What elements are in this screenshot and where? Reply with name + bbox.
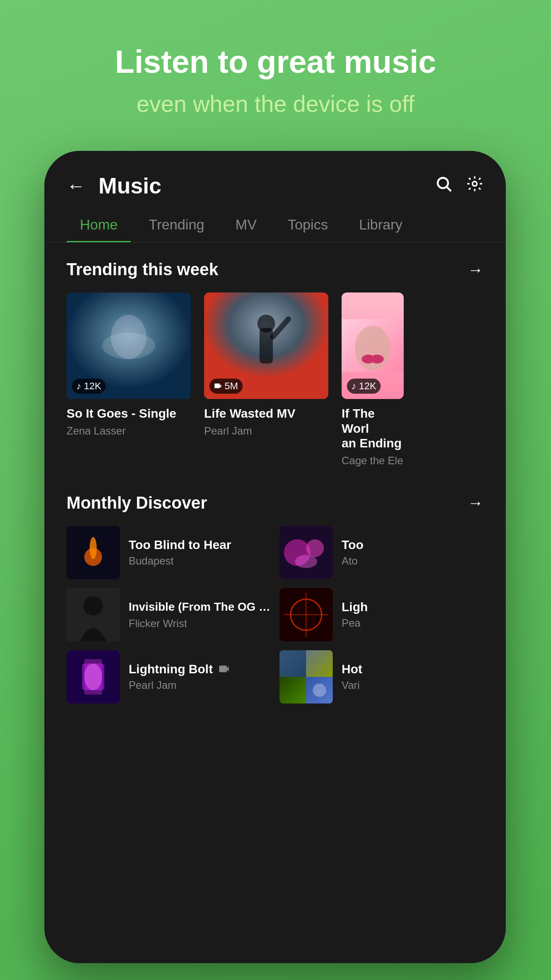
settings-icon[interactable] (466, 175, 484, 197)
card-artist-2: Pearl Jam (204, 425, 328, 437)
badge-2: 5M (209, 379, 243, 394)
monthly-arrow[interactable]: → (468, 494, 484, 512)
hero-section: Listen to great music even when the devi… (0, 44, 551, 118)
discover-info-3: Invisible (From The OG Film Klaus) Flick… (129, 600, 271, 630)
discover-thumb-2 (279, 526, 333, 579)
discover-artist-6: Vari (342, 679, 484, 692)
page-title: Music (98, 173, 435, 199)
tab-library[interactable]: Library (346, 208, 416, 242)
card-title-3: If The Worlan Ending (342, 406, 404, 451)
trending-thumb-2: 5M (204, 292, 328, 399)
svg-marker-34 (227, 666, 228, 671)
discover-thumb-1 (67, 526, 120, 579)
discover-info-2: Too Ato (342, 538, 484, 567)
badge-1: ♪ 12K (72, 379, 106, 394)
svg-point-21 (306, 539, 324, 557)
trending-thumb-3: ♪ 12K (342, 292, 404, 399)
hero-title: Listen to great music (0, 44, 551, 79)
app-header: ← Music (44, 151, 506, 208)
discover-title-5: Lightning Bolt (129, 662, 271, 676)
discover-item-1[interactable]: Too Blind to Hear Budapest (67, 526, 271, 579)
discover-info-4: Ligh Pea (342, 600, 484, 629)
trending-header: Trending this week → (67, 260, 484, 279)
trending-arrow[interactable]: → (468, 261, 484, 279)
discover-artist-4: Pea (342, 617, 484, 629)
header-icons (435, 175, 484, 197)
trending-cards: ♪ 12K So It Goes - Single Zena Lasser (67, 292, 484, 467)
discover-item-2[interactable]: Too Ato (279, 526, 484, 579)
discover-info-5: Lightning Bolt Pearl Jam (129, 662, 271, 692)
monthly-title: Monthly Discover (67, 494, 207, 513)
discover-row-3: Lightning Bolt Pearl Jam (67, 650, 484, 703)
back-button[interactable]: ← (67, 175, 85, 197)
svg-point-2 (472, 182, 477, 186)
mv-badge-icon (219, 664, 231, 676)
svg-point-24 (83, 596, 103, 616)
discover-row-2: Invisible (From The OG Film Klaus) Flick… (67, 588, 484, 641)
svg-line-1 (447, 187, 451, 191)
hero-subtitle: even when the device is off (0, 90, 551, 118)
discover-artist-2: Ato (342, 555, 484, 567)
discover-title-2: Too (342, 538, 484, 552)
svg-point-13 (355, 326, 390, 370)
discover-item-5[interactable]: Lightning Bolt Pearl Jam (67, 650, 271, 703)
discover-thumb-6 (279, 650, 333, 703)
trending-card-3[interactable]: ♪ 12K If The Worlan Ending Cage the Ele (342, 292, 404, 467)
discover-title-4: Ligh (342, 600, 484, 614)
discover-thumb-5 (67, 650, 120, 703)
svg-rect-33 (219, 665, 227, 672)
discover-row-1: Too Blind to Hear Budapest (67, 526, 484, 579)
trending-card-1[interactable]: ♪ 12K So It Goes - Single Zena Lasser (67, 292, 191, 467)
trending-card-2[interactable]: 5M Life Wasted MV Pearl Jam (204, 292, 328, 467)
search-icon[interactable] (435, 175, 453, 197)
svg-marker-11 (220, 384, 221, 388)
svg-rect-7 (260, 328, 273, 364)
discover-title-3: Invisible (From The OG Film Klaus) (129, 600, 271, 615)
discover-list: Too Blind to Hear Budapest (67, 526, 484, 712)
svg-point-15 (370, 355, 384, 364)
trending-title: Trending this week (67, 260, 218, 279)
trending-thumb-1: ♪ 12K (67, 292, 191, 399)
discover-title-1: Too Blind to Hear (129, 538, 271, 552)
phone-screen: ← Music Home Trendin (44, 151, 506, 963)
svg-point-32 (84, 664, 102, 690)
nav-tabs: Home Trending MV Topics Library (44, 208, 506, 242)
discover-title-6: Hot (342, 662, 484, 676)
card-artist-3: Cage the Ele (342, 454, 404, 467)
svg-point-8 (257, 315, 275, 332)
discover-artist-3: Flicker Wrist (129, 617, 271, 630)
monthly-header: Monthly Discover → (67, 494, 484, 513)
phone-frame: ← Music Home Trendin (44, 151, 506, 963)
tab-trending[interactable]: Trending (135, 208, 217, 242)
discover-item-3[interactable]: Invisible (From The OG Film Klaus) Flick… (67, 588, 271, 641)
svg-rect-10 (215, 383, 220, 388)
discover-item-6[interactable]: Hot Vari (279, 650, 484, 703)
discover-thumb-4 (279, 588, 333, 641)
card-artist-1: Zena Lasser (67, 425, 191, 437)
svg-point-18 (90, 537, 97, 559)
monthly-section: Monthly Discover → (44, 476, 506, 721)
svg-point-22 (295, 555, 317, 568)
tab-home[interactable]: Home (67, 208, 131, 242)
discover-info-6: Hot Vari (342, 662, 484, 692)
discover-artist-1: Budapest (129, 555, 271, 567)
discover-thumb-3 (67, 588, 120, 641)
svg-point-0 (438, 178, 448, 188)
svg-point-5 (111, 315, 146, 359)
card-title-2: Life Wasted MV (204, 406, 328, 421)
card-title-1: So It Goes - Single (67, 406, 191, 421)
discover-artist-5: Pearl Jam (129, 679, 271, 692)
discover-info-1: Too Blind to Hear Budapest (129, 538, 271, 567)
trending-section: Trending this week → (44, 242, 506, 476)
badge-3: ♪ 12K (347, 379, 381, 394)
tab-topics[interactable]: Topics (274, 208, 341, 242)
tab-mv[interactable]: MV (222, 208, 270, 242)
discover-item-4[interactable]: Ligh Pea (279, 588, 484, 641)
